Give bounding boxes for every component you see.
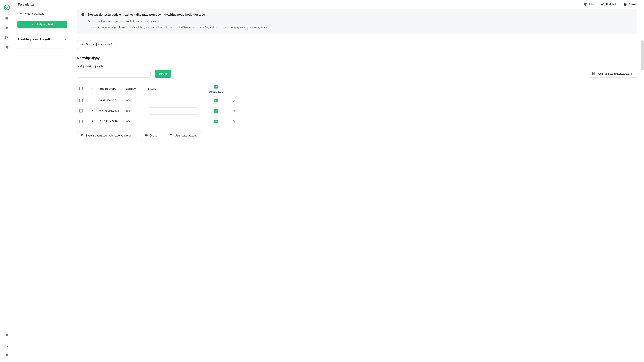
info-paragraph-1: Ten typ dostępu daje największą kontrolę… — [88, 19, 633, 23]
table-row: 3 BJn3F2u4JkP9 n/a — [77, 116, 637, 127]
topbar-info-label: Info — [589, 3, 594, 6]
svg-rect-10 — [7, 38, 8, 38]
activate-test-button[interactable]: Aktywuj test — [18, 20, 67, 28]
row-delete-button[interactable] — [232, 120, 235, 123]
svg-rect-8 — [6, 38, 6, 38]
save-selected-button[interactable]: Zapisz zaznaczonych rozwiązujących — [77, 131, 137, 140]
svg-point-14 — [586, 4, 586, 4]
upload-list-button[interactable]: Wczytaj listę rozwiązujących — [588, 70, 637, 78]
svg-point-27 — [82, 134, 82, 135]
add-solvers-input[interactable] — [77, 70, 150, 78]
col-email: E-MAIL — [148, 88, 204, 90]
side-panel: Wzór certyfikatu Aktywuj test Przebieg t… — [14, 9, 70, 362]
col-send: WYŚLIJ KOD — [209, 90, 223, 93]
save-selected-label: Zapisz zaznaczonych rozwiązujących — [86, 134, 133, 137]
info-paragraph-2: Kody dostępu możesz przekazać osobiście … — [88, 25, 633, 29]
row-email-input[interactable] — [148, 118, 198, 125]
col-code: KOD DOSTĘPU — [100, 88, 126, 90]
table-header: # KOD DOSTĘPU ZESTAW E-MAIL WYŚLIJ KOD — [77, 82, 637, 95]
row-code: y3GYcMb5Vq2d — [100, 110, 126, 112]
row-email-input[interactable] — [148, 108, 198, 114]
info-icon — [81, 13, 85, 29]
sidebar-section-results-label: Przebieg testu i wyniki — [18, 38, 52, 41]
nav-dashboard-icon[interactable] — [4, 16, 9, 20]
customize-message-button[interactable]: Dostosuj wiadomość — [77, 40, 116, 49]
topbar-print-button[interactable]: Drukuj — [620, 0, 640, 9]
svg-rect-9 — [7, 37, 7, 38]
svg-rect-30 — [146, 136, 147, 136]
solvers-table: # KOD DOSTĘPU ZESTAW E-MAIL WYŚLIJ KOD 1 — [77, 82, 637, 127]
row-set: n/a — [126, 99, 148, 102]
svg-point-5 — [6, 27, 7, 28]
nav-settings-icon[interactable] — [4, 45, 9, 50]
row-checkbox[interactable] — [79, 120, 83, 123]
row-checkbox[interactable] — [79, 98, 83, 102]
delete-selected-label: Usuń zaznaczone — [175, 134, 198, 137]
info-headline: Dostęp do testu będzie możliwy tylko prz… — [88, 13, 633, 16]
add-button[interactable]: Dodaj — [155, 70, 171, 78]
nav-rail: ? — [0, 0, 14, 362]
svg-rect-1 — [5, 17, 6, 18]
row-checkbox[interactable] — [79, 109, 83, 112]
info-icon — [584, 2, 587, 6]
row-send-checkbox[interactable] — [214, 98, 218, 102]
svg-point-6 — [7, 27, 8, 28]
select-all-checkbox[interactable] — [79, 87, 83, 90]
nav-users-icon[interactable] — [4, 26, 9, 30]
add-solvers-label: Dodaj rozwiązujących — [77, 65, 637, 68]
table-row: 1 s2AtmiQVn7Di n/a — [77, 95, 637, 106]
col-set: ZESTAW — [126, 88, 148, 90]
nav-expand-icon[interactable] — [4, 352, 9, 357]
nav-logout-icon[interactable] — [4, 343, 9, 348]
row-set: n/a — [126, 110, 148, 112]
row-code: BJn3F2u4JkP9 — [100, 120, 126, 123]
printer-icon — [624, 2, 627, 6]
row-send-checkbox[interactable] — [214, 109, 218, 113]
row-code: s2AtmiQVn7Di — [100, 99, 126, 102]
topbar: Test wiedzy Info Podgląd Drukuj — [14, 0, 644, 9]
info-banner: Dostęp do testu będzie możliwy tylko prz… — [77, 9, 637, 34]
user-check-icon — [81, 134, 84, 138]
topbar-info-button[interactable]: Info — [580, 0, 597, 9]
row-email-input[interactable] — [148, 97, 198, 104]
trash-icon — [170, 134, 173, 138]
print-label: Drukuj — [150, 134, 158, 137]
row-delete-button[interactable] — [232, 109, 235, 113]
activate-test-label: Aktywuj test — [36, 23, 53, 26]
topbar-preview-label: Podgląd — [606, 3, 616, 6]
play-icon — [31, 23, 34, 26]
upload-list-label: Wczytaj listę rozwiązujących — [598, 72, 634, 76]
svg-point-25 — [83, 14, 83, 14]
svg-rect-3 — [5, 18, 6, 20]
certificate-icon — [19, 12, 23, 16]
customize-message-label: Dostosuj wiadomość — [86, 43, 112, 46]
chevron-down-icon — [64, 38, 67, 41]
svg-text:?: ? — [6, 334, 7, 336]
svg-rect-2 — [7, 17, 8, 18]
topbar-print-label: Drukuj — [628, 3, 636, 6]
sidebar-item-certificate[interactable]: Wzór certyfikatu — [18, 11, 67, 18]
svg-rect-4 — [7, 18, 8, 20]
row-delete-button[interactable] — [232, 99, 235, 102]
nav-results-icon[interactable] — [4, 35, 9, 40]
printer-icon — [145, 134, 148, 138]
main-content: Dostęp do testu będzie możliwy tylko prz… — [70, 9, 644, 362]
svg-point-15 — [602, 4, 603, 5]
sidebar-section-results[interactable]: Przebieg testu i wyniki — [18, 33, 67, 43]
solvers-title: Rozwiązujący — [77, 56, 637, 60]
table-row: 2 y3GYcMb5Vq2d n/a — [77, 106, 637, 116]
delete-selected-button[interactable]: Usuń zaznaczone — [166, 131, 202, 140]
scrollbar[interactable] — [641, 40, 644, 70]
topbar-preview-button[interactable]: Podgląd — [597, 0, 620, 9]
col-index: # — [92, 88, 100, 90]
send-all-checkbox[interactable] — [214, 85, 218, 88]
row-index: 3 — [92, 120, 100, 123]
sidebar-item-certificate-label: Wzór certyfikatu — [25, 12, 44, 15]
row-send-checkbox[interactable] — [214, 120, 218, 124]
row-index: 2 — [92, 110, 100, 112]
nav-help-icon[interactable]: ? — [4, 333, 9, 338]
print-button[interactable]: Drukuj — [141, 131, 162, 140]
svg-rect-24 — [83, 14, 83, 15]
row-set: n/a — [126, 120, 148, 123]
upload-icon — [592, 72, 595, 76]
